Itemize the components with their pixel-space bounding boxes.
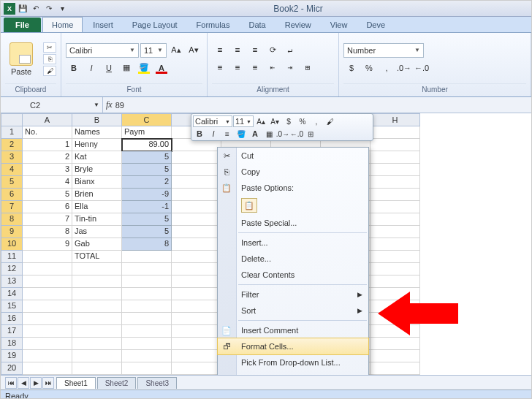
bold-button[interactable]: B [66, 61, 82, 75]
cell[interactable] [370, 226, 420, 238]
cell[interactable] [172, 238, 221, 251]
row-header[interactable]: 15 [1, 300, 23, 313]
cell[interactable] [172, 263, 221, 276]
cell[interactable] [370, 213, 420, 226]
percent-button[interactable]: % [361, 61, 377, 75]
redo-icon[interactable]: ↷ [43, 3, 55, 15]
sheet-nav-last-icon[interactable]: ⏭ [42, 377, 54, 389]
cell[interactable]: 89.00 [122, 139, 172, 151]
decrease-decimal-icon[interactable]: ←.0 [414, 61, 430, 75]
cell[interactable] [72, 276, 122, 288]
cell[interactable] [72, 313, 122, 325]
sheet-tab-2[interactable]: Sheet2 [97, 377, 137, 389]
cell[interactable] [370, 263, 420, 276]
align-left-icon[interactable]: ≡ [212, 61, 228, 75]
increase-decimal-icon[interactable]: .0→ [396, 61, 412, 75]
cell[interactable] [23, 251, 72, 263]
cell[interactable] [172, 288, 221, 300]
cell[interactable] [172, 189, 221, 201]
cell[interactable]: 6 [23, 201, 72, 213]
cell[interactable] [370, 189, 420, 201]
cell[interactable] [172, 276, 221, 288]
cell[interactable] [122, 338, 172, 350]
number-format-combo[interactable]: Number▼ [343, 43, 424, 58]
align-center-icon[interactable]: ≡ [229, 61, 246, 75]
cell[interactable] [122, 276, 172, 288]
cell[interactable] [172, 325, 221, 338]
underline-button[interactable]: U [101, 61, 117, 75]
cell[interactable] [72, 288, 122, 300]
border-button[interactable]: ▦ [118, 61, 134, 75]
increase-indent-icon[interactable]: ⇥ [282, 61, 298, 75]
cell[interactable]: Brien [72, 189, 122, 201]
format-painter-icon[interactable]: 🖌 [43, 66, 56, 76]
row-header[interactable]: 13 [1, 276, 23, 288]
cell[interactable] [172, 201, 221, 213]
italic-button[interactable]: I [83, 61, 99, 75]
grow-font-icon[interactable]: A▴ [168, 43, 184, 58]
cell[interactable] [172, 164, 221, 176]
comma-button[interactable]: , [379, 61, 395, 75]
name-box[interactable]: C2▼ [1, 97, 103, 113]
cell[interactable] [370, 151, 420, 164]
mini-merge-icon[interactable]: ⊞ [304, 128, 317, 140]
cell[interactable]: Gab [72, 238, 122, 251]
cell[interactable] [72, 325, 122, 338]
sheet-tab-3[interactable]: Sheet3 [137, 377, 177, 389]
menu-cut[interactable]: ✂Cut [218, 148, 368, 164]
cell[interactable] [122, 313, 172, 325]
cell[interactable]: TOTAL [72, 251, 122, 263]
cell[interactable]: 3 [23, 164, 72, 176]
cell[interactable]: 5 [23, 189, 72, 201]
cell[interactable]: Jas [72, 226, 122, 238]
mini-grow-font-icon[interactable]: A▴ [254, 115, 267, 127]
row-header[interactable]: 17 [1, 325, 23, 338]
cell[interactable]: Ella [72, 201, 122, 213]
cell[interactable]: 2 [122, 176, 172, 189]
menu-format-cells[interactable]: 🗗Format Cells... [218, 338, 368, 354]
row-header[interactable]: 4 [1, 164, 23, 176]
menu-sort[interactable]: Sort▶ [218, 303, 368, 319]
col-header-H[interactable]: H [370, 113, 420, 126]
mini-fill-icon[interactable]: 🪣 [235, 128, 248, 140]
col-header-A[interactable]: A [23, 113, 72, 126]
cell[interactable]: 5 [122, 226, 172, 238]
cell[interactable] [23, 338, 72, 350]
cell[interactable] [370, 176, 420, 189]
cell[interactable]: 8 [122, 238, 172, 251]
cell[interactable]: -1 [122, 201, 172, 213]
row-header[interactable]: 1 [1, 126, 23, 139]
sheet-nav-next-icon[interactable]: ▶ [30, 377, 42, 389]
sheet-tab-1[interactable]: Sheet1 [56, 377, 96, 389]
tab-insert[interactable]: Insert [84, 18, 122, 32]
row-header[interactable]: 2 [1, 139, 23, 151]
paste-button[interactable]: Paste [5, 41, 37, 77]
cell[interactable] [72, 263, 122, 276]
align-bottom-icon[interactable]: ≡ [247, 43, 263, 58]
cell[interactable] [370, 276, 420, 288]
menu-paste-special[interactable]: Paste Special... [218, 215, 368, 231]
cell[interactable]: 7 [23, 213, 72, 226]
cell[interactable]: 8 [23, 226, 72, 238]
cell[interactable]: Names [72, 126, 122, 139]
cell[interactable]: 1 [23, 139, 72, 151]
select-all-corner[interactable] [1, 113, 23, 126]
cell[interactable] [72, 350, 122, 362]
mini-shrink-font-icon[interactable]: A▾ [268, 115, 281, 127]
cell[interactable] [370, 251, 420, 263]
cell[interactable]: 4 [23, 176, 72, 189]
menu-paste-option-values[interactable]: 📋 [218, 196, 368, 215]
cell[interactable]: 2 [23, 151, 72, 164]
row-header[interactable]: 8 [1, 213, 23, 226]
tab-formulas[interactable]: Formulas [188, 18, 239, 32]
font-name-combo[interactable]: Calibri▼ [66, 43, 139, 58]
row-header[interactable]: 10 [1, 238, 23, 251]
menu-insert-comment[interactable]: 📄Insert Comment [218, 322, 368, 338]
menu-clear-contents[interactable]: Clear Contents [218, 267, 368, 283]
mini-font-color-icon[interactable]: A [248, 128, 262, 140]
cell[interactable] [370, 126, 420, 139]
cell[interactable] [122, 251, 172, 263]
cell[interactable] [172, 251, 221, 263]
cell[interactable] [370, 338, 420, 350]
cell[interactable] [72, 300, 122, 313]
